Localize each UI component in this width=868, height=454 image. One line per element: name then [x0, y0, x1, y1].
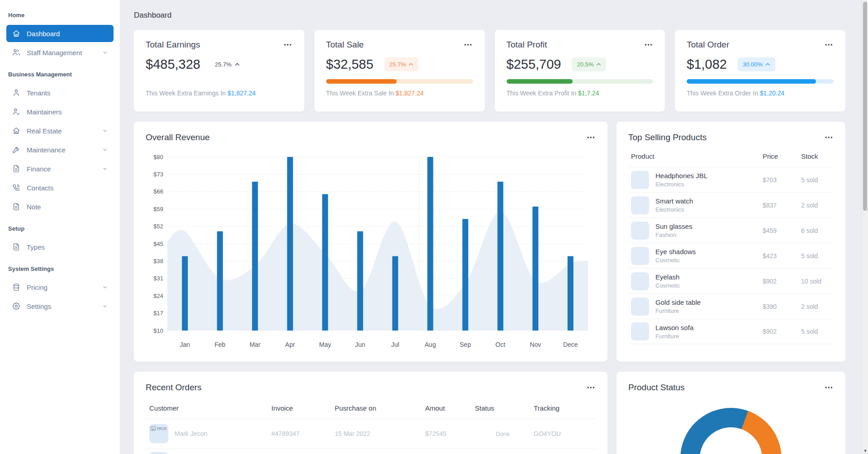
product-status-donut-chart	[680, 408, 782, 454]
more-options-button[interactable]: ⋯	[284, 43, 293, 47]
product-row-lawson-sofa[interactable]: Lawson sofaFurniture$9025 sold	[628, 319, 834, 344]
x-tick-label: Jun	[355, 341, 365, 348]
x-tick-label: Apr	[285, 341, 295, 348]
sidebar-item-maintainers[interactable]: Maintainers	[6, 103, 114, 120]
product-price: $703	[763, 176, 801, 184]
sidebar-item-tenants[interactable]: Tenants	[6, 84, 114, 101]
product-row-gold-side-table[interactable]: Gold side tableFurniture$3902 sold	[628, 293, 834, 319]
product-category: Fashion	[655, 232, 693, 238]
product-stock: 2 sold	[801, 202, 831, 209]
sidebar-item-maintenance[interactable]: Maintenance	[6, 141, 114, 158]
chevron-down-icon	[102, 128, 108, 134]
product-name: Eyelash	[655, 273, 680, 281]
change-badge: 20.5%	[572, 57, 606, 71]
more-options-button[interactable]: ⋯	[644, 43, 653, 47]
sidebar-section-label: Setup	[0, 217, 120, 237]
stat-card-title: Total Order	[687, 40, 729, 50]
page-scrollbar[interactable]: ▼	[862, 0, 868, 454]
bar-nov[interactable]	[532, 207, 538, 331]
scrollbar-down-arrow[interactable]: ▼	[862, 449, 868, 453]
progress-bar-fill	[326, 79, 397, 84]
bar-mar[interactable]	[252, 182, 258, 331]
product-name: Sun glasses	[655, 222, 693, 230]
more-options-button[interactable]: ⋯	[587, 135, 596, 140]
product-category: Electronics	[655, 181, 707, 188]
sidebar-item-real-estate[interactable]: Real Estate	[6, 122, 114, 139]
product-name: Headphones JBL	[655, 172, 707, 180]
y-tick-label: $66	[153, 188, 163, 195]
wrench-icon	[12, 145, 21, 154]
y-tick-label: $80	[153, 154, 163, 161]
broken-image-icon	[150, 426, 156, 431]
more-options-button[interactable]: ⋯	[464, 43, 473, 47]
file-icon	[12, 242, 21, 251]
product-price: $902	[763, 278, 801, 285]
sidebar-item-label: Real Estate	[27, 127, 62, 135]
sidebar-item-label: Types	[27, 243, 45, 251]
bar-dece[interactable]	[568, 256, 574, 331]
product-row-smart-watch[interactable]: Smart watchElectronics$8372 sold	[628, 192, 834, 218]
sidebar-item-label: Tenants	[27, 89, 51, 97]
product-row-sun-glasses[interactable]: Sun glassesFashion$4596 sold	[628, 218, 834, 243]
chevron-down-icon	[102, 303, 108, 309]
bar-jan[interactable]	[182, 256, 188, 331]
bar-feb[interactable]	[217, 232, 223, 331]
sidebar-item-contacts[interactable]: Contacts	[6, 179, 114, 196]
products-table-body: Headphones JBLElectronics$7035 soldSmart…	[628, 167, 834, 344]
caret-up-icon	[596, 63, 601, 66]
bar-jun[interactable]	[357, 232, 363, 331]
sidebar-item-finance[interactable]: Finance	[6, 160, 114, 177]
order-tracking: GO4YOU	[534, 430, 592, 437]
bar-jul[interactable]	[392, 256, 398, 331]
progress-bar-fill	[687, 79, 816, 84]
product-row-eye-shadows[interactable]: Eye shadowsCosmetic$4235 sold	[628, 243, 834, 268]
product-row-headphones-jbl[interactable]: Headphones JBLElectronics$7035 sold	[628, 167, 834, 192]
x-tick-label: Sep	[460, 341, 471, 348]
user-check-icon	[12, 107, 21, 116]
sidebar-item-pricing[interactable]: Pricing	[6, 279, 114, 296]
bar-aug[interactable]	[427, 157, 433, 331]
column-purchase-on: Pusrchase on	[335, 404, 425, 412]
product-row-eyelash[interactable]: EyelashCosmetic$90210 sold	[628, 268, 834, 293]
scrollbar-thumb[interactable]	[863, 2, 867, 211]
column-status: Status	[475, 404, 534, 412]
y-tick-label: $73	[153, 171, 163, 178]
stat-card-value: $485,328	[146, 57, 200, 72]
x-tick-label: Oct	[495, 341, 505, 348]
column-invoice: Invoice	[271, 404, 335, 412]
chevron-down-icon	[102, 49, 108, 56]
users-icon	[12, 48, 21, 57]
bar-oct[interactable]	[498, 182, 503, 331]
x-tick-label: Jan	[180, 341, 190, 348]
stat-card-value: $32,585	[326, 57, 374, 72]
y-tick-label: $45	[153, 241, 163, 247]
sidebar: HomeDashboardStaff ManagementBusiness Ma…	[0, 0, 120, 454]
sidebar-section-label: Business Management	[0, 63, 120, 83]
sidebar-item-types[interactable]: Types	[6, 238, 114, 255]
column-customer: Customer	[149, 404, 271, 412]
more-options-button[interactable]: ⋯	[587, 385, 596, 390]
sidebar-item-settings[interactable]: Settings	[6, 298, 114, 315]
sidebar-item-note[interactable]: Note	[6, 198, 114, 215]
stat-card-footer: This Week Extra Profit In $1,7.24	[507, 90, 654, 97]
bar-may[interactable]	[322, 194, 328, 331]
more-options-button[interactable]: ⋯	[825, 43, 834, 47]
gear-icon	[12, 302, 21, 311]
more-options-button[interactable]: ⋯	[825, 385, 834, 390]
top-selling-products-title: Top Selling Products	[628, 132, 707, 142]
sidebar-section-business-management: Business ManagementTenantsMaintainersRea…	[0, 63, 120, 215]
overall-revenue-title: Overall Revenue	[146, 132, 210, 142]
stat-card-footer: This Week Extra Sale In $1,827.24	[326, 90, 473, 97]
sidebar-item-dashboard[interactable]: Dashboard	[6, 25, 114, 42]
bar-sep[interactable]	[462, 219, 468, 331]
footer-amount: $1,20.24	[760, 90, 785, 97]
order-row-mark-jecon[interactable]: receMark Jecon#478934715 Mar 2022$72545D…	[146, 419, 596, 449]
product-category: Cosmetic	[655, 257, 696, 264]
footer-amount: $1,827.24	[396, 90, 424, 97]
product-name: Lawson sofa	[655, 324, 693, 331]
sidebar-item-staff-management[interactable]: Staff Management	[6, 44, 114, 61]
product-status-card: Product Status ⋯	[617, 372, 845, 454]
order-purchase-date: 15 Mar 2022	[335, 430, 425, 437]
more-options-button[interactable]: ⋯	[825, 135, 834, 140]
bar-apr[interactable]	[287, 157, 293, 331]
